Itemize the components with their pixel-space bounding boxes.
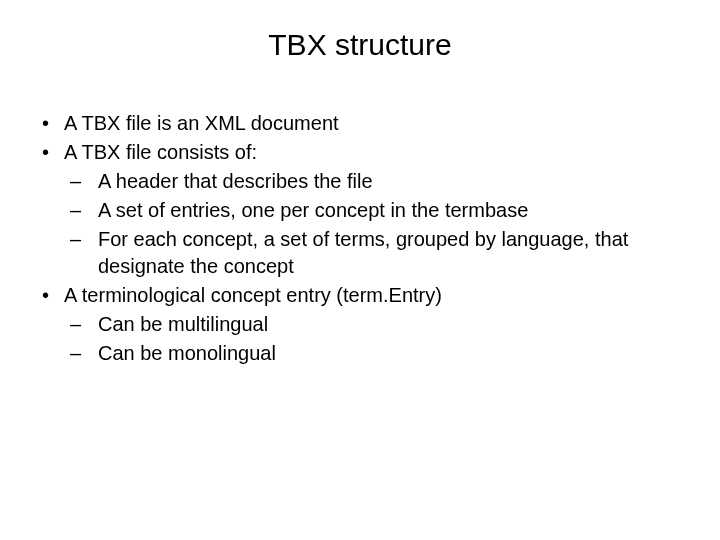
bullet-text: A TBX file is an XML document — [64, 110, 684, 137]
list-item: • A TBX file is an XML document — [36, 110, 684, 137]
list-item: – Can be multilingual — [36, 311, 684, 338]
bullet-text: A terminological concept entry (term.Ent… — [64, 282, 684, 309]
list-item: – Can be monolingual — [36, 340, 684, 367]
list-item: – A set of entries, one per concept in t… — [36, 197, 684, 224]
list-item: – A header that describes the file — [36, 168, 684, 195]
slide-title: TBX structure — [36, 28, 684, 62]
list-item: • A TBX file consists of: — [36, 139, 684, 166]
bullet-text: Can be monolingual — [98, 340, 684, 367]
bullet-text: For each concept, a set of terms, groupe… — [98, 226, 684, 280]
slide-content: • A TBX file is an XML document • A TBX … — [36, 110, 684, 367]
dash-marker: – — [70, 340, 98, 367]
dash-marker: – — [70, 311, 98, 338]
bullet-text: Can be multilingual — [98, 311, 684, 338]
list-item: • A terminological concept entry (term.E… — [36, 282, 684, 309]
dash-marker: – — [70, 226, 98, 280]
bullet-text: A header that describes the file — [98, 168, 684, 195]
bullet-text: A TBX file consists of: — [64, 139, 684, 166]
bullet-marker: • — [36, 282, 64, 309]
dash-marker: – — [70, 197, 98, 224]
bullet-marker: • — [36, 110, 64, 137]
bullet-text: A set of entries, one per concept in the… — [98, 197, 684, 224]
list-item: – For each concept, a set of terms, grou… — [36, 226, 684, 280]
dash-marker: – — [70, 168, 98, 195]
bullet-marker: • — [36, 139, 64, 166]
